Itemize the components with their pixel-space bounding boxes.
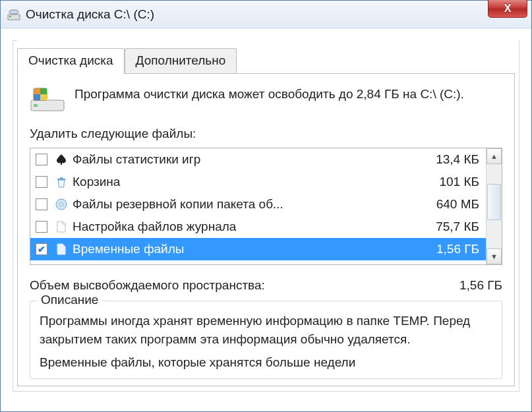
file-label: Файлы резервной копии пакета об... <box>73 197 429 212</box>
file-checkbox[interactable] <box>36 198 47 210</box>
file-checkbox[interactable] <box>36 154 47 165</box>
svg-rect-11 <box>57 179 65 180</box>
description-body-1: Программы иногда хранят временную информ… <box>40 312 492 348</box>
svg-rect-6 <box>34 88 40 94</box>
tab-more-options[interactable]: Дополнительно <box>125 48 237 73</box>
file-size: 640 МБ <box>429 197 479 212</box>
svg-rect-9 <box>40 94 47 100</box>
disk-cleanup-window: Очистка диска C:\ (C:) X Очистка диска Д… <box>0 0 532 412</box>
dialog-frame: Очистка диска Дополнительно <box>13 40 519 392</box>
total-label: Объем высвобождаемого пространства: <box>30 278 459 293</box>
file-size: 75,7 КБ <box>428 220 479 234</box>
svg-point-2 <box>9 10 18 14</box>
recycle-icon <box>54 175 69 189</box>
tab-panel-cleanup: Программа очистки диска может освободить… <box>17 73 515 386</box>
file-size: 101 КБ <box>431 175 479 189</box>
scroll-thumb[interactable] <box>487 184 501 220</box>
intro-row: Программа очистки диска может освободить… <box>30 86 502 113</box>
tab-cleanup[interactable]: Очистка диска <box>17 48 125 74</box>
files-list-heading: Удалить следующие файлы: <box>30 127 502 141</box>
file-row[interactable]: Файлы статистики игр13,4 КБ <box>30 148 486 171</box>
description-body-2: Временные файлы, которые хранятся больше… <box>40 353 492 372</box>
file-label: Временные файлы <box>73 242 429 256</box>
titlebar: Очистка диска C:\ (C:) X <box>1 1 531 28</box>
scrollbar[interactable]: ▲ ▼ <box>486 148 502 264</box>
file-label: Корзина <box>73 175 431 189</box>
drive-icon <box>30 86 65 113</box>
file-row[interactable]: ✔Временные файлы1,56 ГБ <box>30 238 486 260</box>
file-row[interactable]: Корзина101 КБ <box>30 171 486 193</box>
file-checkbox[interactable] <box>36 176 47 188</box>
file-checkbox[interactable] <box>36 221 47 233</box>
svg-rect-4 <box>34 104 38 107</box>
close-icon: X <box>504 3 512 15</box>
close-button[interactable]: X <box>488 0 527 18</box>
intro-text: Программа очистки диска может освободить… <box>74 86 464 103</box>
file-row[interactable]: Файлы резервной копии пакета об...640 МБ <box>30 193 486 216</box>
svg-rect-1 <box>9 16 11 17</box>
svg-point-14 <box>60 203 63 206</box>
file-label: Настройка файлов журнала <box>73 220 428 234</box>
description-title: Описание <box>37 293 102 307</box>
app-icon <box>7 8 20 21</box>
svg-rect-8 <box>34 94 40 100</box>
tab-strip: Очистка диска Дополнительно <box>17 40 519 73</box>
file-row[interactable]: Настройка файлов журнала75,7 КБ <box>30 216 486 238</box>
scroll-up-button[interactable]: ▲ <box>487 148 502 164</box>
file-label: Файлы статистики игр <box>73 152 428 167</box>
page-icon <box>54 242 69 256</box>
window-title: Очистка диска C:\ (C:) <box>26 7 154 22</box>
svg-rect-12 <box>60 177 63 179</box>
svg-rect-10 <box>61 162 62 165</box>
disc-icon <box>54 197 69 212</box>
file-checkbox[interactable]: ✔ <box>36 243 47 255</box>
content: Очистка диска Дополнительно <box>1 28 531 392</box>
scroll-track[interactable] <box>487 164 502 249</box>
total-value: 1,56 ГБ <box>459 278 502 293</box>
scroll-down-button[interactable]: ▼ <box>487 249 502 264</box>
spade-icon <box>54 152 69 167</box>
page-icon <box>54 220 69 234</box>
files-list: Файлы статистики игр13,4 КБКорзина101 КБ… <box>30 148 502 265</box>
svg-rect-7 <box>40 88 47 94</box>
file-size: 13,4 КБ <box>428 152 479 167</box>
file-size: 1,56 ГБ <box>429 242 479 256</box>
total-row: Объем высвобождаемого пространства: 1,56… <box>30 278 502 293</box>
description-group: Описание Программы иногда хранят временн… <box>30 301 502 379</box>
